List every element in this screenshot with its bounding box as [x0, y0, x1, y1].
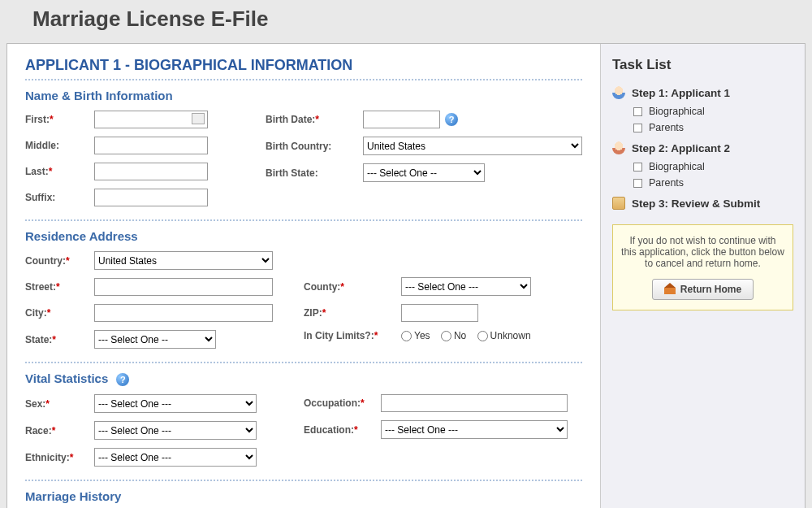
- first-input[interactable]: [94, 111, 208, 128]
- person-icon: [612, 86, 625, 99]
- country-label: Country:*: [25, 255, 94, 267]
- birthcountry-label: Birth Country:: [266, 141, 363, 152]
- race-select[interactable]: --- Select One ---: [94, 421, 257, 440]
- birthdate-label: Birth Date:*: [266, 114, 363, 125]
- page-title: Marriage License E-File: [0, 0, 812, 43]
- state-select[interactable]: --- Select One --: [94, 330, 216, 349]
- person-icon: [612, 141, 625, 154]
- birthstate-select[interactable]: --- Select One --: [363, 163, 485, 182]
- step-1[interactable]: Step 1: Applicant 1: [612, 86, 793, 99]
- street-input[interactable]: [94, 278, 273, 296]
- checkbox-icon: [633, 124, 642, 132]
- divider: [25, 362, 582, 363]
- marriage-heading: Marriage History: [25, 489, 582, 503]
- help-icon[interactable]: ?: [116, 373, 129, 386]
- content-container: APPLICANT 1 - BIOGRAPHICAL INFORMATION N…: [6, 43, 806, 508]
- cancel-notice: If you do not wish to continue with this…: [612, 224, 793, 310]
- sex-label: Sex:*: [25, 398, 94, 410]
- zip-label: ZIP:*: [304, 307, 401, 319]
- name-birth-heading: Name & Birth Information: [25, 89, 582, 102]
- step1-biographical[interactable]: Biographical: [633, 106, 793, 117]
- county-select[interactable]: --- Select One ---: [401, 277, 531, 296]
- last-label: Last:*: [25, 166, 94, 177]
- incity-label: In City Limits?:*: [304, 330, 401, 341]
- contact-card-icon: [192, 113, 205, 124]
- return-home-button[interactable]: Return Home: [652, 279, 754, 300]
- divider: [25, 480, 582, 481]
- checkbox-icon: [633, 179, 642, 188]
- residence-heading: Residence Address: [25, 229, 582, 243]
- race-label: Race:*: [25, 425, 94, 436]
- birthcountry-select[interactable]: United States: [363, 137, 582, 155]
- step2-parents[interactable]: Parents: [633, 177, 793, 189]
- first-label: First:*: [25, 114, 94, 125]
- step-2[interactable]: Step 2: Applicant 2: [612, 141, 793, 154]
- section-title: APPLICANT 1 - BIOGRAPHICAL INFORMATION: [25, 57, 582, 74]
- middle-label: Middle:: [25, 140, 94, 151]
- incity-unknown[interactable]: Unknown: [477, 330, 531, 341]
- task-list-title: Task List: [612, 57, 793, 73]
- notice-text: If you do not wish to continue with this…: [621, 235, 784, 269]
- divider: [25, 219, 582, 221]
- vital-heading: Vital Statistics ?: [25, 371, 582, 386]
- city-label: City:*: [25, 307, 94, 319]
- last-input[interactable]: [94, 163, 208, 180]
- step1-parents[interactable]: Parents: [633, 122, 793, 133]
- divider: [25, 79, 582, 80]
- education-label: Education:*: [304, 424, 381, 436]
- document-icon: [612, 197, 625, 210]
- state-label: State:*: [25, 334, 94, 345]
- incity-yes[interactable]: Yes: [401, 330, 430, 341]
- suffix-label: Suffix:: [25, 192, 94, 203]
- step-3[interactable]: Step 3: Review & Submit: [612, 197, 793, 210]
- zip-input[interactable]: [401, 304, 478, 322]
- checkbox-icon: [633, 107, 642, 116]
- home-icon: [664, 284, 676, 294]
- street-label: Street:*: [25, 281, 94, 293]
- country-select[interactable]: United States: [94, 251, 273, 270]
- step2-biographical[interactable]: Biographical: [633, 161, 793, 172]
- education-select[interactable]: --- Select One ---: [381, 420, 568, 439]
- ethnicity-select[interactable]: --- Select One ---: [94, 448, 257, 467]
- suffix-input[interactable]: [94, 189, 208, 206]
- help-icon[interactable]: ?: [445, 113, 458, 126]
- birthstate-label: Birth State:: [266, 167, 363, 179]
- occupation-input[interactable]: [381, 394, 568, 412]
- checkbox-icon: [633, 163, 642, 172]
- birthdate-input[interactable]: [363, 111, 440, 128]
- ethnicity-label: Ethnicity:*: [25, 452, 94, 463]
- incity-no[interactable]: No: [441, 330, 466, 341]
- main-form: APPLICANT 1 - BIOGRAPHICAL INFORMATION N…: [7, 44, 600, 508]
- sex-select[interactable]: --- Select One ---: [94, 394, 257, 413]
- middle-input[interactable]: [94, 137, 208, 154]
- county-label: County:*: [304, 281, 401, 293]
- occupation-label: Occupation:*: [304, 397, 381, 409]
- city-input[interactable]: [94, 304, 273, 322]
- task-list-sidebar: Task List Step 1: Applicant 1 Biographic…: [600, 44, 805, 508]
